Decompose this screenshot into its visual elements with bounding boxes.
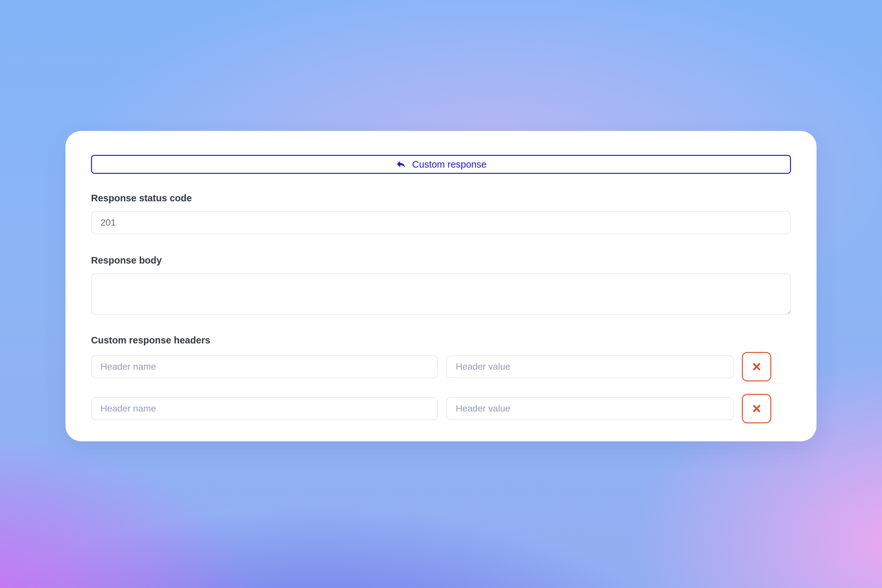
header-value-input[interactable]	[446, 397, 734, 420]
custom-response-card: Custom response Response status code Res…	[66, 131, 816, 441]
status-code-input[interactable]	[91, 211, 791, 234]
header-row	[91, 352, 791, 381]
header-name-input[interactable]	[91, 397, 438, 420]
x-icon	[750, 402, 763, 415]
x-icon	[750, 360, 763, 373]
header-name-input[interactable]	[91, 355, 438, 378]
response-body-label: Response body	[91, 254, 791, 267]
remove-header-button[interactable]	[742, 352, 771, 381]
response-body-textarea[interactable]	[91, 273, 791, 315]
header-value-input[interactable]	[446, 355, 734, 378]
remove-header-button[interactable]	[742, 394, 771, 423]
custom-response-button[interactable]: Custom response	[91, 155, 791, 174]
custom-headers-label: Custom response headers	[91, 334, 791, 347]
header-row	[91, 394, 791, 423]
reply-icon	[396, 159, 406, 170]
status-code-label: Response status code	[91, 192, 791, 205]
custom-response-button-label: Custom response	[412, 159, 486, 170]
